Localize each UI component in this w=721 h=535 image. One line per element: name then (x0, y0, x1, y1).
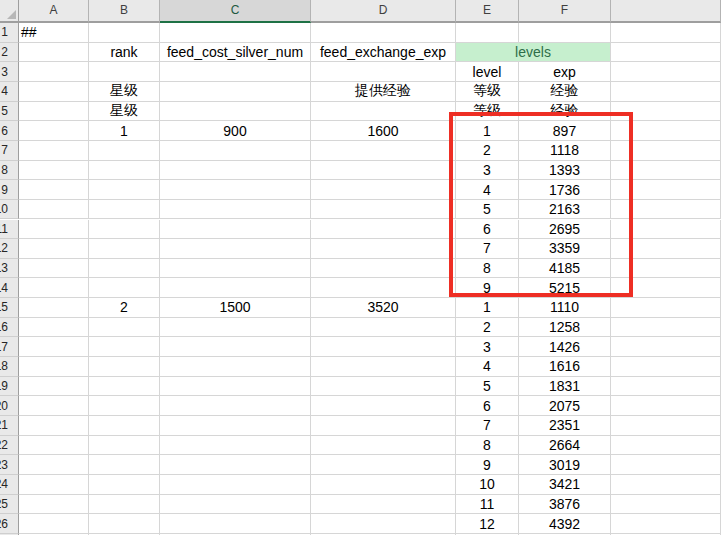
cell-E22[interactable]: 8 (456, 436, 519, 456)
cell-D19[interactable] (311, 377, 456, 397)
cell-E4[interactable]: 等级 (456, 82, 519, 102)
cell-F11[interactable]: 2695 (519, 220, 611, 240)
cell-B19[interactable] (89, 377, 160, 397)
cell-E19[interactable]: 5 (456, 377, 519, 397)
cell-B12[interactable] (89, 239, 160, 259)
cell-A18[interactable] (19, 357, 89, 377)
row-header-7[interactable]: 7 (0, 141, 19, 161)
cell-B21[interactable] (89, 416, 160, 436)
cell-F24[interactable]: 3421 (519, 475, 611, 495)
merged-levels-cell[interactable]: levels (456, 43, 611, 63)
cell-F5[interactable]: 经验 (519, 102, 611, 122)
cell-A12[interactable] (19, 239, 89, 259)
cell-G7[interactable] (611, 141, 721, 161)
row-header-18[interactable]: 18 (0, 357, 19, 377)
column-header-C[interactable]: C (160, 0, 311, 23)
column-header-B[interactable]: B (89, 0, 160, 23)
select-all-corner[interactable] (0, 0, 19, 23)
cell-D21[interactable] (311, 416, 456, 436)
row-header-8[interactable]: 8 (0, 161, 19, 181)
cell-E12[interactable]: 7 (456, 239, 519, 259)
cell-C26[interactable] (160, 514, 311, 534)
cell-F1[interactable] (519, 23, 611, 43)
cell-E13[interactable]: 8 (456, 259, 519, 279)
cell-A17[interactable] (19, 337, 89, 357)
cell-D2[interactable]: feed_exchange_exp (311, 43, 456, 63)
cell-F10[interactable]: 2163 (519, 200, 611, 220)
cell-B11[interactable] (89, 220, 160, 240)
cell-D8[interactable] (311, 161, 456, 181)
cell-F19[interactable]: 1831 (519, 377, 611, 397)
cell-E3[interactable]: level (456, 62, 519, 82)
cell-G5[interactable] (611, 102, 721, 122)
cell-D1[interactable] (311, 23, 456, 43)
cell-B10[interactable] (89, 200, 160, 220)
cell-A14[interactable] (19, 278, 89, 298)
cell-B4[interactable]: 星级 (89, 82, 160, 102)
cell-A2[interactable] (19, 43, 89, 63)
row-header-25[interactable]: 25 (0, 495, 19, 515)
cell-A24[interactable] (19, 475, 89, 495)
cell-G17[interactable] (611, 337, 721, 357)
cell-D3[interactable] (311, 62, 456, 82)
row-header-15[interactable]: 15 (0, 298, 19, 318)
cell-D23[interactable] (311, 455, 456, 475)
cell-B3[interactable] (89, 62, 160, 82)
cell-E26[interactable]: 12 (456, 514, 519, 534)
cell-D20[interactable] (311, 396, 456, 416)
cell-D24[interactable] (311, 475, 456, 495)
cell-G4[interactable] (611, 82, 721, 102)
cell-B15[interactable]: 2 (89, 298, 160, 318)
cell-F6[interactable]: 897 (519, 121, 611, 141)
cell-B9[interactable] (89, 180, 160, 200)
cell-F8[interactable]: 1393 (519, 161, 611, 181)
row-header-23[interactable]: 23 (0, 455, 19, 475)
row-header-17[interactable]: 17 (0, 337, 19, 357)
cell-D16[interactable] (311, 318, 456, 338)
cell-G12[interactable] (611, 239, 721, 259)
cell-B13[interactable] (89, 259, 160, 279)
cell-D9[interactable] (311, 180, 456, 200)
cell-E15[interactable]: 1 (456, 298, 519, 318)
cell-G24[interactable] (611, 475, 721, 495)
row-header-6[interactable]: 6 (0, 121, 19, 141)
cell-G2[interactable] (611, 43, 721, 63)
cell-D5[interactable] (311, 102, 456, 122)
cell-C24[interactable] (160, 475, 311, 495)
cell-C1[interactable] (160, 23, 311, 43)
row-header-1[interactable]: 1 (0, 23, 19, 43)
cell-B25[interactable] (89, 495, 160, 515)
cell-G26[interactable] (611, 514, 721, 534)
cell-D14[interactable] (311, 278, 456, 298)
cell-G8[interactable] (611, 161, 721, 181)
cell-C23[interactable] (160, 455, 311, 475)
row-header-14[interactable]: 14 (0, 278, 19, 298)
cell-C25[interactable] (160, 495, 311, 515)
row-header-4[interactable]: 4 (0, 82, 19, 102)
cell-D4[interactable]: 提供经验 (311, 82, 456, 102)
cell-C11[interactable] (160, 220, 311, 240)
cell-A21[interactable] (19, 416, 89, 436)
cell-D18[interactable] (311, 357, 456, 377)
row-header-12[interactable]: 12 (0, 239, 19, 259)
cell-E8[interactable]: 3 (456, 161, 519, 181)
cell-D25[interactable] (311, 495, 456, 515)
cell-G14[interactable] (611, 278, 721, 298)
cell-G21[interactable] (611, 416, 721, 436)
cell-G23[interactable] (611, 455, 721, 475)
cell-F18[interactable]: 1616 (519, 357, 611, 377)
cell-E9[interactable]: 4 (456, 180, 519, 200)
cell-B14[interactable] (89, 278, 160, 298)
cell-B17[interactable] (89, 337, 160, 357)
cell-D11[interactable] (311, 220, 456, 240)
cell-D12[interactable] (311, 239, 456, 259)
column-header-E[interactable]: E (456, 0, 519, 23)
cell-G11[interactable] (611, 220, 721, 240)
cell-G13[interactable] (611, 259, 721, 279)
cell-E25[interactable]: 11 (456, 495, 519, 515)
cell-A16[interactable] (19, 318, 89, 338)
cell-F26[interactable]: 4392 (519, 514, 611, 534)
row-header-10[interactable]: 10 (0, 200, 19, 220)
cell-A23[interactable] (19, 455, 89, 475)
row-header-11[interactable]: 11 (0, 220, 19, 240)
